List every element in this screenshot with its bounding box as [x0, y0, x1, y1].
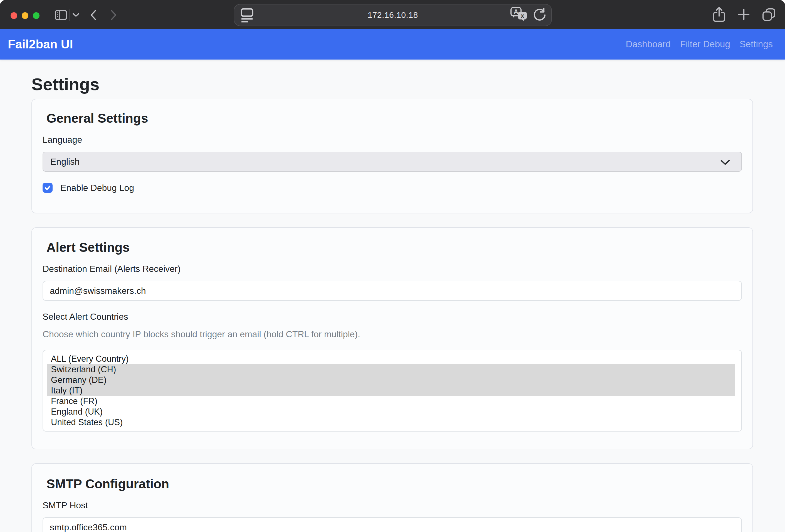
- general-settings-card: General Settings Language English Enable…: [31, 99, 753, 213]
- back-icon[interactable]: [90, 9, 97, 21]
- svg-text:A: A: [513, 8, 518, 16]
- check-icon: [44, 184, 51, 192]
- alert-countries-hint: Choose which country IP blocks should tr…: [43, 329, 742, 339]
- sidebar-toggle-icon[interactable]: [54, 9, 67, 21]
- share-icon[interactable]: [712, 6, 726, 23]
- smtp-configuration-heading: SMTP Configuration: [47, 477, 742, 491]
- general-settings-heading: General Settings: [47, 111, 742, 126]
- app-navbar: Fail2ban UI Dashboard Filter Debug Setti…: [0, 29, 785, 59]
- alert-settings-card: Alert Settings Destination Email (Alerts…: [31, 227, 753, 449]
- nav-link-dashboard[interactable]: Dashboard: [626, 39, 671, 50]
- alert-countries-multiselect[interactable]: ALL (Every Country) Switzerland (CH) Ger…: [43, 350, 742, 432]
- nav-links: Dashboard Filter Debug Settings: [626, 39, 773, 50]
- page-content: Settings General Settings Language Engli…: [0, 76, 785, 532]
- smtp-host-input[interactable]: [43, 517, 742, 532]
- country-option-italy[interactable]: Italy (IT): [47, 385, 735, 396]
- debug-log-row: Enable Debug Log: [43, 182, 742, 194]
- destination-email-label: Destination Email (Alerts Receiver): [43, 264, 742, 274]
- close-window-button[interactable]: [10, 12, 17, 19]
- smtp-host-label: SMTP Host: [43, 501, 742, 510]
- country-option-germany[interactable]: Germany (DE): [47, 375, 735, 385]
- traffic-lights: [10, 12, 40, 19]
- browser-chrome: 172.16.10.18 A x: [0, 0, 785, 29]
- country-option-switzerland[interactable]: Switzerland (CH): [47, 364, 735, 375]
- translate-icon[interactable]: A x: [510, 7, 527, 23]
- alert-countries-label: Select Alert Countries: [43, 312, 742, 321]
- chevron-down-icon[interactable]: [72, 13, 80, 17]
- destination-email-input[interactable]: [43, 281, 742, 301]
- reload-icon[interactable]: [532, 7, 546, 23]
- url-text: 172.16.10.18: [234, 10, 551, 20]
- country-option-united-states[interactable]: United States (US): [47, 417, 735, 428]
- country-option-france[interactable]: France (FR): [47, 396, 735, 406]
- minimize-window-button[interactable]: [22, 12, 28, 19]
- smtp-configuration-card: SMTP Configuration SMTP Host: [31, 463, 753, 532]
- country-option-all[interactable]: ALL (Every Country): [47, 354, 735, 364]
- language-select[interactable]: English: [43, 152, 742, 172]
- new-tab-icon[interactable]: [738, 8, 750, 21]
- svg-text:x: x: [521, 12, 524, 19]
- language-label: Language: [43, 135, 742, 145]
- debug-checkbox-label[interactable]: Enable Debug Log: [60, 183, 134, 193]
- browser-window: 172.16.10.18 A x: [0, 0, 785, 532]
- country-option-england[interactable]: England (UK): [47, 406, 735, 417]
- address-bar[interactable]: 172.16.10.18 A x: [234, 4, 552, 26]
- zoom-window-button[interactable]: [33, 12, 40, 19]
- tab-overview-icon[interactable]: [762, 7, 776, 22]
- toolbar-divider: [69, 9, 70, 21]
- forward-icon[interactable]: [110, 9, 118, 21]
- debug-checkbox[interactable]: [43, 183, 53, 193]
- brand-link[interactable]: Fail2ban UI: [8, 37, 73, 51]
- nav-link-filter-debug[interactable]: Filter Debug: [680, 39, 730, 50]
- nav-link-settings[interactable]: Settings: [740, 39, 773, 50]
- alert-settings-heading: Alert Settings: [47, 240, 742, 255]
- language-selected-value: English: [50, 157, 80, 167]
- chevron-down-icon: [720, 159, 730, 167]
- page-title: Settings: [31, 76, 753, 93]
